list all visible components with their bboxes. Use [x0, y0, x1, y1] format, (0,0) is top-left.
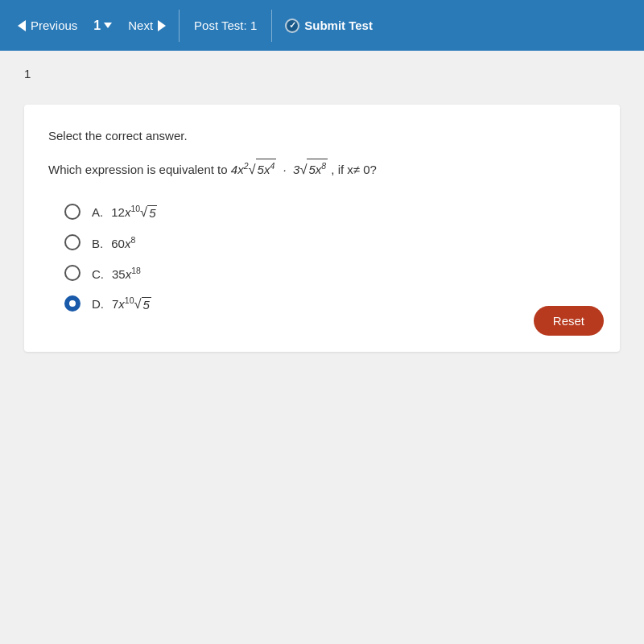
previous-button[interactable]: Previous: [10, 19, 85, 32]
next-label: Next: [128, 19, 153, 32]
instruction-text: Select the correct answer.: [48, 129, 596, 142]
option-a[interactable]: A. 12x10√5: [64, 204, 596, 220]
math-expression: 4x2√5x4 · 3√5x8: [231, 163, 332, 176]
option-d[interactable]: D. 7x10√5: [64, 295, 596, 312]
option-d-label: D. 7x10√5: [92, 295, 151, 312]
question-number: 1: [24, 67, 620, 80]
page-number-selector[interactable]: 1: [85, 19, 120, 33]
option-b-math: 60x8: [111, 235, 135, 250]
option-b-letter: B.: [92, 237, 103, 250]
check-circle-icon: ✓: [285, 19, 299, 33]
question-text: Which expression is equivalent to 4x2√5x…: [48, 159, 596, 180]
question-text-suffix: , if x≠ 0?: [331, 163, 377, 176]
next-arrow-icon: [158, 20, 166, 31]
post-test-number: 1: [250, 19, 257, 32]
radio-a[interactable]: [64, 204, 80, 220]
radio-b[interactable]: [64, 234, 80, 250]
previous-arrow-icon: [18, 20, 26, 31]
option-c-letter: C.: [92, 267, 104, 281]
option-d-letter: D.: [92, 297, 104, 311]
option-c-math: 35x18: [112, 266, 141, 281]
option-d-math: 7x10√5: [112, 295, 151, 312]
submit-test-button[interactable]: ✓ Submit Test: [277, 19, 381, 33]
question-body: Select the correct answer. Which express…: [24, 105, 620, 352]
submit-label: Submit Test: [304, 19, 373, 32]
page-number: 1: [93, 19, 101, 33]
chevron-down-icon: [104, 23, 112, 28]
option-b[interactable]: B. 60x8: [64, 234, 596, 250]
nav-divider: [179, 10, 180, 42]
option-c-label: C. 35x18: [92, 266, 141, 281]
radio-c[interactable]: [64, 265, 80, 281]
previous-label: Previous: [31, 19, 77, 32]
post-test-label: Post Test: 1: [184, 19, 266, 32]
option-a-label: A. 12x10√5: [92, 204, 157, 220]
option-c[interactable]: C. 35x18: [64, 265, 596, 281]
main-content: 1 Select the correct answer. Which expre…: [0, 51, 644, 644]
nav-bar: Previous 1 Next Post Test: 1 ✓ Submit Te…: [0, 0, 644, 51]
nav-divider-2: [271, 10, 272, 42]
post-test-text: Post Test:: [194, 19, 247, 32]
option-a-letter: A.: [92, 205, 103, 219]
option-a-math: 12x10√5: [111, 204, 157, 220]
radio-d[interactable]: [64, 295, 80, 312]
reset-button[interactable]: Reset: [534, 306, 604, 336]
next-button[interactable]: Next: [120, 19, 174, 32]
options-list: A. 12x10√5 B. 60x8: [48, 204, 596, 312]
option-b-label: B. 60x8: [92, 235, 135, 250]
question-text-prefix: Which expression is equivalent to: [48, 163, 228, 176]
